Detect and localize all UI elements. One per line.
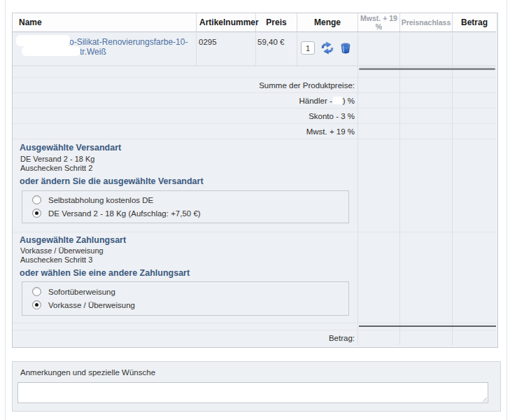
payment-option-vorkasse[interactable]: Vorkasse / Überweisung — [32, 300, 135, 309]
product-artikelnummer: 0295 — [199, 38, 217, 46]
payment-option-label: Vorkasse / Überweisung — [48, 301, 135, 309]
product-preis: 59,40 € — [257, 38, 284, 46]
shipping-option-de-versand[interactable]: DE Versand 2 - 18 Kg (Aufschlag: +7,50 €… — [32, 209, 201, 218]
header-preisnachlass: Preisnachlass — [399, 13, 452, 31]
trash-icon — [340, 42, 351, 54]
column-divider — [255, 33, 256, 66]
shipping-option-label: Selbstabholung kostenlos DE — [48, 196, 153, 204]
summe-label: Summe der Produktpreise: — [13, 78, 355, 93]
cart-table: Name Artikelnummer Preis Menge Mwst. + 1… — [12, 13, 498, 348]
haendler-label: Händler -) % — [13, 93, 355, 108]
cart-table-header: Name Artikelnummer Preis Menge Mwst. + 1… — [13, 13, 496, 32]
checkout-confirmation-page: Name Artikelnummer Preis Menge Mwst. + 1… — [0, 0, 531, 420]
payment-option-label: Sofortüberweisung — [48, 288, 115, 296]
summary-row-haendler: Händler -) % — [13, 92, 496, 108]
shipping-section: Ausgewählte Versandart DE Versand 2 - 18… — [13, 139, 357, 232]
remove-item-button[interactable] — [340, 42, 351, 54]
totals-top-rule — [359, 68, 495, 70]
notes-panel: Anmerkungen und spezielle Wünsche — [12, 361, 501, 412]
shipping-current: DE Versand 2 - 18 Kg — [20, 155, 94, 163]
header-betrag: Betrag — [452, 13, 496, 31]
redaction-blob — [333, 97, 342, 104]
summary-row-summe: Summe der Produktpreise: — [13, 77, 496, 92]
header-artikelnummer: Artikelnummer — [196, 13, 255, 31]
payment-step: Auschecken Schritt 3 — [20, 255, 92, 264]
redaction-blob — [16, 35, 70, 46]
summary-row-betrag: Betrag: — [13, 330, 496, 345]
redaction-blob — [22, 46, 80, 56]
radio-icon[interactable] — [32, 287, 41, 296]
content-right-border — [507, 0, 507, 420]
skonto-label: Skonto - 3 % — [13, 108, 355, 124]
header-preis: Preis — [255, 13, 297, 31]
radio-selected-icon[interactable] — [32, 209, 41, 218]
table-row-product: o-Silikat-Renovierungsfarbe-10- tr.Weiß … — [13, 33, 496, 66]
radio-selected-icon[interactable] — [32, 300, 41, 309]
header-mwst: Mwst. + 19 % — [357, 13, 399, 31]
column-divider — [196, 33, 197, 66]
header-menge: Menge — [297, 13, 357, 31]
shipping-step: Auschecken Schritt 2 — [20, 164, 92, 172]
quantity-controls — [301, 41, 351, 55]
summary-row-skonto: Skonto - 3 % — [13, 108, 496, 123]
payment-option-sofort[interactable]: Sofortüberweisung — [32, 287, 115, 296]
product-name-link[interactable]: o-Silikat-Renovierungsfarbe-10- — [69, 37, 187, 47]
haendler-prefix: Händler - — [299, 97, 332, 105]
shipping-option-pickup[interactable]: Selbstabholung kostenlos DE — [32, 195, 153, 204]
product-name-link-line2[interactable]: tr.Weiß — [80, 47, 106, 57]
payment-section: Ausgewählte Zahlungsart Vorkasse / Überw… — [13, 232, 357, 323]
shipping-section-row: Ausgewählte Versandart DE Versand 2 - 18… — [13, 139, 496, 232]
content-left-border — [5, 0, 6, 420]
shipping-option-label: DE Versand 2 - 18 Kg (Aufschlag: +7,50 €… — [48, 209, 201, 218]
refresh-icon — [320, 41, 335, 55]
totals-bottom-rule — [359, 326, 496, 327]
betrag-label: Betrag: — [13, 330, 355, 346]
payment-current: Vorkasse / Überweisung — [20, 246, 104, 255]
header-name: Name — [13, 13, 196, 31]
haendler-suffix: ) % — [343, 97, 355, 105]
radio-icon[interactable] — [32, 195, 41, 204]
quantity-input[interactable] — [301, 41, 315, 55]
notes-textarea-wrap — [17, 382, 488, 403]
summary-row-mwst: Mwst. + 19 % — [13, 123, 496, 139]
payment-section-row: Ausgewählte Zahlungsart Vorkasse / Überw… — [13, 232, 496, 323]
payment-options-box: Sofortüberweisung Vorkasse / Überweisung — [22, 281, 349, 316]
shipping-options-box: Selbstabholung kostenlos DE DE Versand 2… — [22, 190, 349, 223]
shipping-change-title: oder ändern Sie die ausgewählte Versanda… — [20, 176, 204, 186]
update-quantity-button[interactable] — [320, 41, 335, 55]
column-divider — [297, 33, 297, 66]
notes-textarea[interactable] — [17, 382, 488, 403]
shipping-title: Ausgewählte Versandart — [20, 143, 121, 153]
notes-label: Anmerkungen und spezielle Wünsche — [20, 368, 155, 377]
payment-title: Ausgewählte Zahlungsart — [20, 235, 126, 245]
payment-change-title: oder wählen Sie eine andere Zahlungsart — [20, 268, 190, 278]
mwst-label: Mwst. + 19 % — [13, 124, 355, 139]
